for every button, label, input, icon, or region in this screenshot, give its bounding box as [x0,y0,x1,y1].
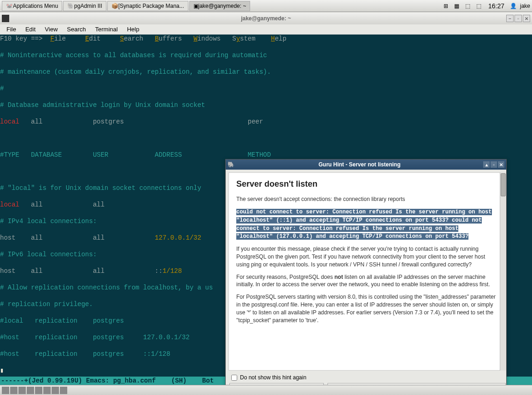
dock-icon[interactable] [52,387,59,394]
terminal-titlebar[interactable]: jake@ganymede: ~ – ▫ ✕ [0,12,532,24]
close-icon[interactable]: ✕ [523,15,530,22]
tray-icon[interactable]: ⬚ [474,1,484,11]
scrollbar-thumb[interactable] [501,173,506,196]
user-icon[interactable]: 👤 [509,1,518,11]
elephant-icon: 🐘 [228,161,234,168]
menu-search[interactable]: Search [63,25,89,34]
dock-icon[interactable] [18,387,26,394]
dock-icon[interactable] [43,387,51,394]
workspace-switcher-icon[interactable]: ⊞ [441,1,450,11]
dialog-text: For security reasons, PostgreSQL does no… [236,273,496,289]
window-menu-icon[interactable] [2,15,9,22]
taskbar-item-label: pgAdmin III [74,3,102,9]
terminal-menubar: File Edit View Search Terminal Help [0,24,532,35]
guru-hint-dialog: 🐘 Guru Hint - Server not listening ▴ ▫ ✕… [225,159,507,395]
dock-icon[interactable] [35,387,42,394]
dock-icon[interactable] [27,387,34,394]
menu-edit[interactable]: Edit [22,25,39,34]
taskbar-item-pgadmin[interactable]: 🐘 pgAdmin III [63,1,106,11]
error-message: could not connect to server: Connection … [236,209,492,240]
close-icon[interactable]: ✕ [498,161,504,168]
maximize-icon[interactable]: ▫ [491,161,497,168]
rollup-icon[interactable]: ▴ [483,161,490,168]
dont-show-checkbox-row: Do not show this hint again [226,371,506,384]
package-icon: 📦 [111,3,118,9]
top-taskbar: 🐭 Applications Menu 🐘 pgAdmin III 📦 [Syn… [0,0,532,12]
dialog-text: If you encounter this message, please ch… [236,245,496,268]
dock-icon[interactable] [10,387,18,394]
dont-show-checkbox[interactable] [231,375,237,381]
app-menu-label: Applications Menu [13,3,58,9]
dialog-heading: Server doesn't listen [236,178,496,190]
menu-file[interactable]: File [3,25,20,34]
dialog-titlebar[interactable]: 🐘 Guru Hint - Server not listening ▴ ▫ ✕ [226,159,506,170]
maximize-icon[interactable]: ▫ [514,15,522,22]
taskbar-item-synaptic[interactable]: 📦 [Synaptic Package Mana... [107,1,188,11]
dialog-text: The server doesn't accept connections: t… [236,195,496,203]
user-name[interactable]: jake [520,3,530,9]
checkbox-label: Do not show this hint again [240,374,306,381]
dialog-text: For PostgreSQL servers starting with ver… [236,293,496,324]
applications-menu-button[interactable]: 🐭 Applications Menu [2,1,62,11]
dock-icon[interactable] [60,387,67,394]
menu-terminal[interactable]: Terminal [92,25,122,34]
tray-icon[interactable]: ⬚ [463,1,473,11]
minimize-icon[interactable]: – [506,15,514,22]
tray-icon[interactable]: ▦ [452,1,462,11]
dock-icon[interactable] [2,387,9,394]
dialog-body: Server doesn't listen The server doesn't… [228,172,503,371]
bottom-dock [0,385,532,395]
terminal-icon: ▣ [193,3,199,9]
mouse-icon: 🐭 [6,3,13,9]
scrollbar[interactable] [500,172,506,371]
taskbar-item-terminal[interactable]: ▣ jake@ganymede: ~ [189,1,251,11]
dialog-title: Guru Hint - Server not listening [236,161,483,168]
taskbar-item-label: jake@ganymede: ~ [199,3,246,9]
menu-help[interactable]: Help [123,25,143,34]
taskbar-item-label: [Synaptic Package Mana... [118,3,184,9]
elephant-icon: 🐘 [67,3,74,9]
window-title: jake@ganymede: ~ [241,15,291,22]
clock[interactable]: 16:27 [485,2,507,10]
menu-view[interactable]: View [41,25,61,34]
